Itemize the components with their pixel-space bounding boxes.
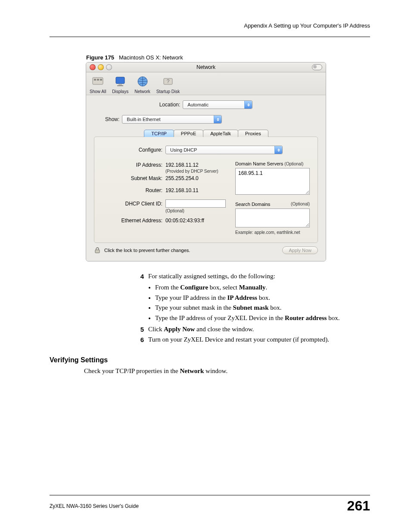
step-number-4: 4 xyxy=(134,272,144,281)
search-domains-example: Example: apple.com, earthlink.net xyxy=(235,230,310,235)
toolbar-startup-disk-label: Startup Disk xyxy=(156,89,180,94)
page-number: 261 xyxy=(347,498,370,514)
tab-proxies[interactable]: Proxies xyxy=(238,130,268,137)
page-footer: ZyXEL NWA-3160 Series User's Guide 261 xyxy=(50,495,370,514)
configure-label: Configure: xyxy=(102,147,165,153)
ip-address-value: 192.168.11.12 xyxy=(165,162,199,168)
show-label: Show: xyxy=(105,116,119,122)
toolbar-network-label: Network xyxy=(134,89,150,94)
configure-select[interactable]: Using DHCP xyxy=(165,146,283,154)
instruction-list: 4 For statically assigned settings, do t… xyxy=(134,272,370,344)
toolbar-toggle-icon[interactable] xyxy=(312,64,322,70)
step-5-text: Click Apply Now and close the window. xyxy=(148,325,254,334)
toolbar-displays-label: Displays xyxy=(112,89,128,94)
list-item: Type your subnet mask in the Subnet mask… xyxy=(155,303,370,313)
startup-disk-icon: ? xyxy=(161,74,175,88)
toolbar-show-all-label: Show All xyxy=(90,89,106,94)
dns-input[interactable] xyxy=(235,168,310,195)
tab-strip: TCP/IP PPPoE AppleTalk Proxies xyxy=(94,130,318,137)
dhcp-client-id-label: DHCP Client ID: xyxy=(102,201,165,207)
list-item: Type the IP address of your ZyXEL Device… xyxy=(155,314,370,323)
step-6-text: Turn on your ZyXEL Device and restart yo… xyxy=(148,335,329,345)
dns-label: Domain Name Servers xyxy=(235,161,283,166)
search-domains-label: Search Domains xyxy=(235,202,270,207)
location-label: Location: xyxy=(159,102,181,108)
list-item: From the Configure box, select Manually. xyxy=(155,283,370,292)
toolbar-displays[interactable]: Displays xyxy=(112,74,128,94)
search-domains-optional: (Optional) xyxy=(291,202,310,207)
guide-name: ZyXEL NWA-3160 Series User's Guide xyxy=(50,503,139,509)
lock-text: Click the lock to prevent further change… xyxy=(104,248,190,253)
step-number-5: 5 xyxy=(134,325,144,334)
svg-rect-1 xyxy=(94,79,96,81)
step-4-text: For statically assigned settings, do the… xyxy=(148,272,275,281)
location-value: Automatic xyxy=(183,102,213,107)
subnet-mask-label: Subnet Mask: xyxy=(102,175,165,181)
svg-rect-6 xyxy=(117,85,123,86)
svg-rect-4 xyxy=(116,77,125,84)
figure-caption: Figure 175 Macintosh OS X: Network xyxy=(86,54,370,61)
svg-rect-0 xyxy=(93,78,103,84)
toolbar-startup-disk[interactable]: ? Startup Disk xyxy=(156,74,180,94)
search-domains-input[interactable] xyxy=(235,208,310,227)
dhcp-client-id-input[interactable] xyxy=(165,199,226,208)
configure-value: Using DHCP xyxy=(166,147,201,152)
preferences-toolbar: Show All Displays Network ? Startup Disk xyxy=(86,72,326,95)
verifying-settings-text: Check your TCP/IP properties in the Netw… xyxy=(84,367,370,375)
lock-icon[interactable] xyxy=(94,247,101,254)
dhcp-client-id-note: (Optional) xyxy=(165,208,184,213)
dns-optional: (Optional) xyxy=(284,162,303,166)
subnet-mask-value: 255.255.254.0 xyxy=(165,175,199,181)
location-select[interactable]: Automatic xyxy=(183,100,252,109)
tcpip-panel: Configure: Using DHCP IP Address: 192.16… xyxy=(94,137,318,243)
apply-now-button[interactable]: Apply Now xyxy=(282,246,318,254)
dropdown-arrows-icon xyxy=(274,146,282,154)
displays-icon xyxy=(113,74,128,88)
appendix-header: Appendix A Setting up Your Computer's IP… xyxy=(50,22,370,29)
toolbar-network[interactable]: Network xyxy=(134,74,150,94)
svg-text:?: ? xyxy=(167,78,170,84)
svg-rect-3 xyxy=(100,79,102,81)
titlebar: Network xyxy=(86,62,326,72)
ip-address-label: IP Address: xyxy=(102,162,165,168)
svg-rect-10 xyxy=(95,250,100,253)
dropdown-arrows-icon xyxy=(214,115,221,123)
list-item: Type your IP address in the IP Address b… xyxy=(155,293,370,303)
dropdown-arrows-icon xyxy=(244,101,252,109)
ethernet-address-label: Ethernet Address: xyxy=(102,218,165,224)
tab-appletalk[interactable]: AppleTalk xyxy=(203,130,238,137)
router-label: Router: xyxy=(102,187,165,193)
tab-tcpip[interactable]: TCP/IP xyxy=(144,130,174,137)
show-value: Built-in Ethernet xyxy=(122,117,165,122)
router-value: 192.168.10.11 xyxy=(165,187,199,193)
show-select[interactable]: Built-in Ethernet xyxy=(122,115,222,124)
ethernet-address-value: 00:05:02:43:93:ff xyxy=(165,218,204,224)
tab-pppoe[interactable]: PPPoE xyxy=(174,130,203,137)
svg-rect-5 xyxy=(118,84,122,85)
svg-rect-2 xyxy=(97,79,99,81)
window-title: Network xyxy=(86,64,326,70)
network-icon xyxy=(135,74,149,88)
toolbar-show-all[interactable]: Show All xyxy=(90,74,106,94)
step-number-6: 6 xyxy=(134,335,144,345)
figure-number: Figure 175 xyxy=(86,54,114,61)
figure-caption-text: Macintosh OS X: Network xyxy=(119,54,183,61)
header-rule xyxy=(50,37,370,37)
show-all-icon xyxy=(91,74,105,88)
macos-network-window: Network Show All Displays Network xyxy=(86,62,326,261)
ip-address-note: (Provided by DHCP Server) xyxy=(165,169,218,174)
verifying-settings-heading: Verifying Settings xyxy=(50,356,370,364)
